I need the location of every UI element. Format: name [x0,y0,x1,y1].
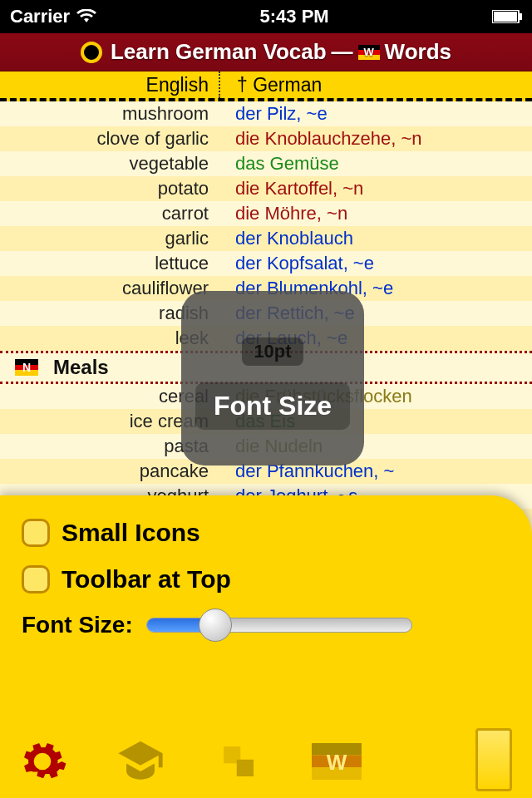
english-word: cauliflower [0,278,219,299]
vocab-row[interactable]: carrotdie Möhre, ~n [0,201,532,226]
section-title: Words [385,39,451,65]
clock: 5:43 PM [260,6,329,27]
carrier-label: Carrier [10,6,70,27]
column-header: English † German [0,71,532,101]
german-word: der Pilz, ~e [219,103,328,125]
svg-rect-2 [520,13,522,20]
german-word: die Knoblauchzehe, ~n [219,128,421,150]
vocab-row[interactable]: vegetabledas Gemüse [0,151,532,176]
bookmark-button[interactable] [475,728,512,791]
font-size-overlay-label: Font Size [195,382,350,430]
app-title: Learn German Vocab [111,39,327,65]
svg-text:W: W [327,750,347,775]
font-size-slider[interactable] [146,618,412,633]
english-word: lettuce [0,253,219,274]
german-word: die Kartoffel, ~n [219,178,363,200]
settings-button[interactable] [13,732,71,791]
categories-button[interactable] [209,732,268,791]
font-size-value: 10pt [242,337,303,366]
title-dash: — [332,39,353,65]
german-flag-icon: W [358,45,380,60]
font-size-label: Font Size: [22,612,133,638]
vocab-row[interactable]: lettuceder Kopfsalat, ~e [0,251,532,276]
english-word: garlic [0,228,219,249]
vocab-list[interactable]: mushroomder Pilz, ~eclove of garlicdie K… [0,101,532,559]
english-word: carrot [0,203,219,224]
title-bar: Learn German Vocab — W Words [0,33,532,71]
section-name: Meals [53,356,109,379]
toolbar-top-checkbox[interactable] [22,565,50,594]
vocab-row[interactable]: garlicder Knoblauch [0,226,532,251]
column-german[interactable]: † German [220,74,322,96]
toolbar: W [0,725,532,798]
german-word: die Möhre, ~n [219,203,347,224]
font-size-overlay: 10pt Font Size [181,291,364,466]
column-english[interactable]: English [0,74,219,96]
english-word: pancake [0,461,219,482]
vocab-row[interactable]: mushroomder Pilz, ~e [0,101,532,126]
svg-rect-4 [237,760,254,776]
slider-thumb[interactable] [199,608,232,642]
vocab-row[interactable]: potatodie Kartoffel, ~n [0,176,532,201]
words-button[interactable]: W [308,732,366,791]
english-word: vegetable [0,153,219,175]
german-word: das Gemüse [219,153,339,175]
german-word: der Knoblauch [219,228,353,249]
small-icons-checkbox[interactable] [22,519,50,547]
small-icons-row[interactable]: Small Icons [22,519,510,547]
vocab-row[interactable]: clove of garlicdie Knoblauchzehe, ~n [0,126,532,151]
english-word: clove of garlic [0,128,219,150]
battery-icon [492,10,522,23]
app-logo-icon [81,42,102,63]
settings-panel: Small Icons Toolbar at Top Font Size: W [0,495,532,798]
wifi-icon [76,9,96,24]
german-word: der Kopfsalat, ~e [219,253,374,274]
study-button[interactable] [111,732,170,791]
small-icons-label: Small Icons [62,519,200,547]
english-word: mushroom [0,103,219,125]
font-size-row: Font Size: [22,612,510,638]
section-flag-icon: N [15,359,38,376]
toolbar-top-row[interactable]: Toolbar at Top [22,565,510,594]
svg-rect-1 [494,12,517,22]
english-word: potato [0,178,219,200]
toolbar-top-label: Toolbar at Top [62,565,231,594]
status-bar: Carrier 5:43 PM [0,0,532,33]
